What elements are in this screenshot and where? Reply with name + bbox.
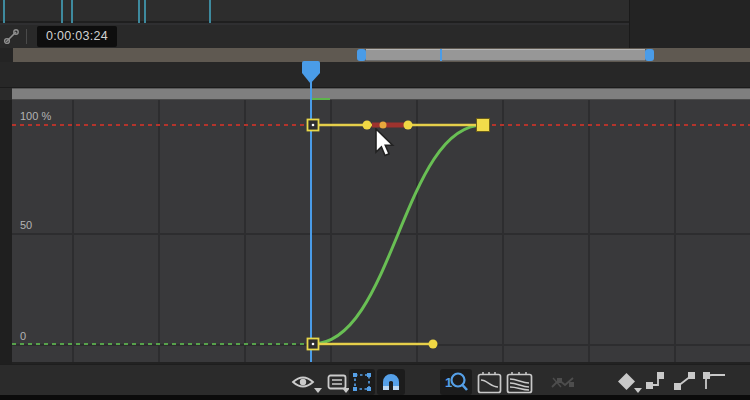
- fit-selection-to-view-icon[interactable]: [477, 371, 503, 394]
- navigator-playhead-tick: [440, 49, 442, 61]
- snap-button-active[interactable]: [377, 369, 405, 395]
- marker-tick: [71, 0, 73, 23]
- show-transform-box-button-active[interactable]: [349, 369, 375, 395]
- navigator-end-handle[interactable]: [645, 49, 654, 61]
- auto-zoom-magnifier-icon: 1: [440, 369, 472, 395]
- fit-all-graphs-to-view-icon[interactable]: [506, 371, 534, 394]
- band-left-gap: [0, 88, 12, 100]
- timeline-panel-icon[interactable]: [3, 27, 23, 47]
- magnet-icon: [377, 369, 405, 395]
- marker-tick: [3, 0, 5, 23]
- separate-dimensions-icon-disabled: [549, 374, 581, 392]
- navigator-left-gap: [0, 48, 13, 62]
- bottom-edge-bar: [0, 395, 750, 400]
- value-curve: [312, 125, 483, 344]
- mouse-cursor: [374, 128, 396, 158]
- auto-zoom-graph-button-active[interactable]: 1: [440, 369, 472, 395]
- marker-tick: [61, 0, 63, 23]
- bezier-handle-dot[interactable]: [404, 121, 413, 130]
- panel-corner-area: [629, 0, 750, 48]
- marker-tick: [144, 0, 146, 23]
- marker-tick: [209, 0, 211, 23]
- convert-to-auto-bezier-icon[interactable]: [702, 370, 728, 392]
- bezier-handle-dot[interactable]: [363, 121, 372, 130]
- graph-scroll-band[interactable]: [12, 88, 750, 100]
- keyframe-inner-dot: [312, 124, 315, 127]
- playhead-head[interactable]: [301, 60, 321, 84]
- separator: [26, 29, 27, 44]
- chevron-down-icon: [314, 388, 322, 393]
- timeline-marker-strip: [0, 0, 629, 23]
- convert-to-linear-icon[interactable]: [672, 370, 698, 392]
- keyframe-inner-dot: [312, 343, 315, 346]
- keyframe-selected[interactable]: [477, 119, 490, 132]
- navigator-thumb[interactable]: [366, 49, 645, 61]
- current-time-display[interactable]: 0:00:03:24: [37, 26, 117, 47]
- bezier-handle-dot[interactable]: [429, 340, 438, 349]
- graph-editor-panel: 0:00:03:24 10f 15f 20f 4:00f 05f 10f 15f…: [0, 0, 750, 400]
- marker-tick: [138, 0, 140, 23]
- convert-to-hold-icon[interactable]: [644, 370, 670, 392]
- transform-box-icon: [349, 369, 375, 395]
- time-ruler[interactable]: 10f 15f 20f 4:00f 05f 10f 15f 20f 05: [0, 62, 750, 88]
- navigator-start-handle[interactable]: [357, 49, 366, 61]
- chevron-down-icon: [634, 388, 642, 393]
